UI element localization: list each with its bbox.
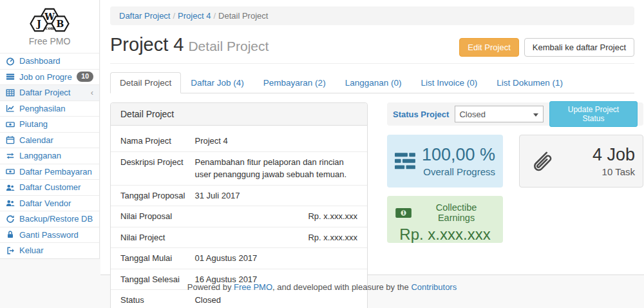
calendar-icon [6, 135, 15, 144]
sidebar-item-piutang[interactable]: Piutang [0, 116, 99, 132]
earnings-label: Collectibe Earnings [417, 202, 495, 223]
footer-contributors-link[interactable]: Contributors [411, 282, 457, 292]
svg-text:1: 1 [402, 210, 406, 216]
sidebar-item-backup-restore[interactable]: Backup/Restore DB [0, 211, 99, 227]
status-project-bar: Status Project Closed Update Project Sta… [387, 102, 643, 126]
job-summary-card: 4 Job 10 Task [519, 135, 643, 188]
tab-list-invoice[interactable]: List Invoice (0) [411, 72, 487, 93]
row-value: Project 4 [185, 131, 367, 151]
row-value: Penambahan fitur pelaporan dan rincian u… [185, 151, 367, 185]
brand-name: Free PMO [6, 36, 93, 49]
sidebar-item-langganan[interactable]: Langganan [0, 148, 99, 164]
sidebar-item-daftar-project[interactable]: Daftar Project ‹ [0, 84, 99, 101]
update-project-status-button[interactable]: Update Project Status [549, 101, 638, 127]
svg-text:.com: .com [44, 26, 55, 31]
sidebar-item-label: Piutang [19, 119, 93, 129]
jwb-logo-icon: W J B .com [20, 5, 79, 35]
sidebar-item-daftar-vendor[interactable]: Daftar Vendor [0, 195, 99, 211]
sidebar-item-calendar[interactable]: Calendar [0, 132, 99, 148]
row-value: Closed [185, 290, 367, 308]
table-row: Nilai Project Rp. x.xxx.xxx [111, 227, 367, 248]
sidebar-item-job-on-progress[interactable]: Job on Progress 10 [0, 69, 99, 85]
tab-daftar-job[interactable]: Daftar Job (4) [181, 72, 254, 93]
chevron-left-icon: ‹ [91, 88, 93, 97]
sidebar-item-ganti-password[interactable]: Ganti Password [0, 227, 99, 243]
sidebar-item-label: Daftar Pembayaran [19, 167, 93, 177]
paperclip-icon [527, 147, 554, 175]
tab-bar: Detail Project Daftar Job (4) Pembayaran… [110, 72, 634, 93]
app-logo[interactable]: W J B .com Free PMO [0, 0, 99, 53]
page-subtitle: Detail Project [188, 39, 269, 53]
row-value: 31 Juli 2017 [185, 185, 367, 206]
sidebar-item-label: Calendar [19, 135, 93, 145]
sidebar-item-label: Langganan [19, 151, 93, 160]
row-value: Rp. x.xxx.xxx [185, 206, 367, 227]
sidebar-item-penghasilan[interactable]: Penghasilan [0, 101, 99, 117]
users-icon [6, 198, 15, 207]
status-select-input[interactable]: Closed [455, 106, 543, 122]
overall-progress-label: Overall Progress [422, 166, 495, 177]
breadcrumb: Daftar Project/Project 4/Detail Project [110, 6, 634, 25]
overall-progress-value: 100,00 % [422, 145, 495, 165]
dashboard-icon [6, 57, 15, 66]
sidebar-item-daftar-customer[interactable]: Daftar Customer [0, 179, 99, 195]
tasks-icon [395, 150, 415, 172]
job-count-badge: 10 [77, 72, 93, 82]
line-chart-icon [6, 104, 15, 113]
sidebar-item-label: Ganti Password [19, 230, 93, 240]
breadcrumb-separator: / [170, 11, 178, 21]
breadcrumb-separator: / [211, 11, 218, 21]
footer-text: Powered by [187, 282, 234, 292]
svg-text:J: J [35, 19, 41, 29]
panel-title: Detail Project [111, 103, 367, 126]
edit-project-button[interactable]: Edit Project [459, 38, 518, 57]
table-row: Nama Project Project 4 [111, 131, 367, 151]
row-label: Nilai Proposal [111, 206, 185, 227]
users-icon [6, 183, 15, 192]
row-label: Tanggal Proposal [111, 185, 185, 206]
row-value: Rp. x.xxx.xxx [185, 227, 367, 248]
breadcrumb-project-4[interactable]: Project 4 [178, 11, 211, 21]
sidebar-item-label: Daftar Customer [19, 182, 93, 192]
table-row: Nilai Proposal Rp. x.xxx.xxx [111, 206, 367, 227]
row-value: 01 Agustus 2017 [185, 248, 367, 269]
tab-pembayaran[interactable]: Pembayaran (2) [254, 72, 336, 93]
sidebar-nav: Dashboard Job on Progress 10 Daftar Proj… [0, 53, 99, 258]
table-icon [6, 88, 15, 97]
footer-free-pmo-link[interactable]: Free PMO [234, 282, 272, 292]
sidebar-item-label: Penghasilan [19, 104, 93, 113]
breadcrumb-daftar-project[interactable]: Daftar Project [119, 11, 170, 21]
tab-langganan[interactable]: Langganan (0) [336, 72, 412, 93]
collectible-earnings-card: 1 Collectibe Earnings Rp. x.xxx.xxx [387, 196, 503, 243]
back-to-project-list-button[interactable]: Kembali ke daftar Project [524, 38, 634, 57]
breadcrumb-current: Detail Project [218, 11, 268, 21]
svg-text:W: W [44, 12, 55, 22]
sidebar-item-label: Daftar Vendor [19, 198, 93, 208]
sidebar-item-keluar[interactable]: Keluar [0, 242, 99, 258]
row-label: Nilai Project [111, 227, 185, 248]
sidebar-item-label: Keluar [19, 245, 93, 255]
money-icon [6, 120, 15, 129]
sidebar: W J B .com Free PMO Dashboard Job on Pro… [0, 0, 100, 259]
sidebar-item-label: Dashboard [19, 56, 93, 66]
page-header: Project 4Detail Project Edit Project Kem… [110, 34, 634, 64]
row-label: Tanggal Mulai [111, 248, 185, 269]
svg-text:B: B [57, 19, 64, 29]
sidebar-item-dashboard[interactable]: Dashboard [0, 53, 99, 69]
row-label: Deskripsi Project [111, 151, 185, 185]
money-icon [6, 167, 15, 176]
sidebar-item-daftar-pembayaran[interactable]: Daftar Pembayaran [0, 164, 99, 180]
row-label: Nama Project [111, 131, 185, 151]
refresh-icon [6, 215, 15, 224]
footer-text: , and developed with pleasure by the [272, 282, 411, 292]
status-select[interactable]: Closed [455, 106, 544, 122]
sidebar-item-label: Job on Progress [19, 72, 72, 82]
tab-detail-project[interactable]: Detail Project [110, 72, 181, 93]
main-content: Daftar Project/Project 4/Detail Project … [100, 0, 644, 275]
row-label: Status [111, 290, 185, 308]
retweet-icon [6, 151, 15, 160]
overall-progress-card: 100,00 % Overall Progress [387, 135, 503, 188]
tab-list-dokumen[interactable]: List Dokumen (1) [487, 72, 573, 93]
lock-icon [6, 230, 15, 239]
table-row: Tanggal Mulai 01 Agustus 2017 [111, 248, 367, 269]
